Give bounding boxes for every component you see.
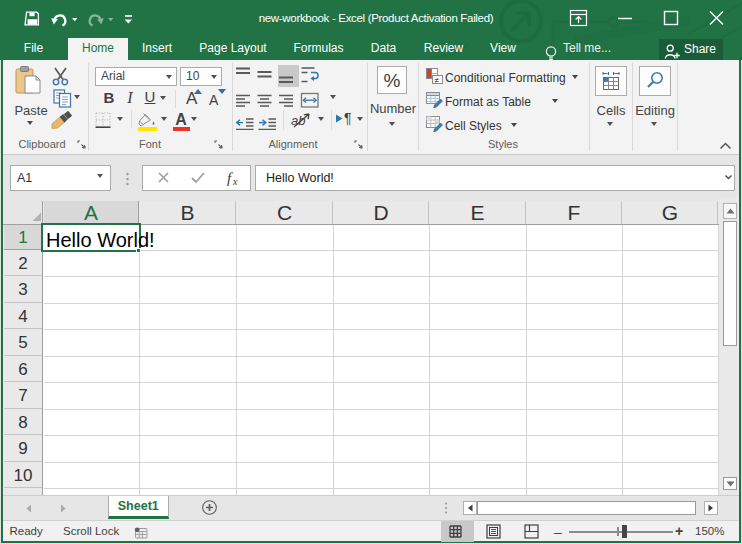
svg-text:x: x [232, 176, 238, 187]
svg-text:≠: ≠ [435, 76, 440, 85]
